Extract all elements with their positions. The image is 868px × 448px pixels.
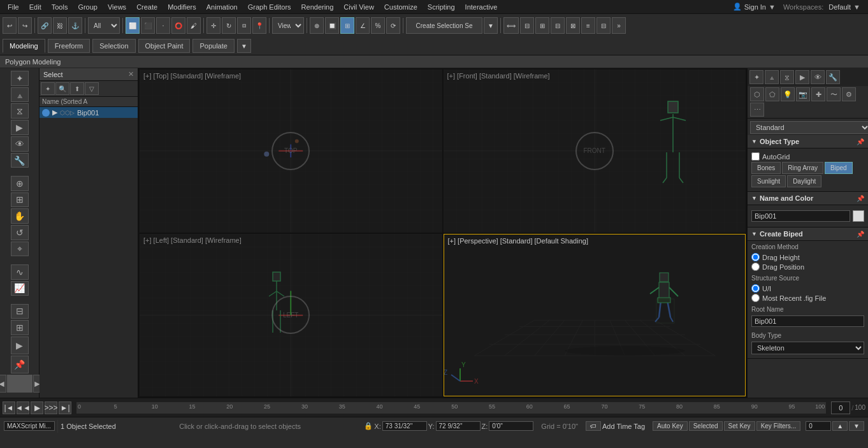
- viewport-top[interactable]: [+] [Top] [Standard] [Wireframe] TOP: [140, 69, 442, 233]
- r-modify-btn[interactable]: ⟁: [765, 70, 779, 84]
- sunlight-btn[interactable]: Sunlight: [751, 175, 786, 187]
- scale-button[interactable]: ⧈: [237, 17, 251, 34]
- set-key-btn[interactable]: Set Key: [724, 421, 755, 431]
- sign-in-label[interactable]: Sign In: [744, 3, 766, 11]
- align-v-button[interactable]: ⊞: [535, 17, 549, 34]
- scene-new-btn[interactable]: ✦: [41, 82, 55, 95]
- name-input[interactable]: [751, 210, 850, 222]
- selection-set-button[interactable]: Create Selection Se: [406, 17, 482, 34]
- layout2-icon[interactable]: ⊞: [11, 320, 29, 335]
- tab-populate[interactable]: Populate: [192, 39, 234, 53]
- hierarchy-icon[interactable]: ⧖: [11, 103, 29, 119]
- create-icon[interactable]: ✦: [11, 71, 29, 86]
- bones-btn[interactable]: Bones: [751, 162, 781, 174]
- pin-icon[interactable]: 📌: [11, 356, 29, 373]
- time-field-input[interactable]: [806, 421, 831, 431]
- time-down-btn[interactable]: ▼: [849, 421, 864, 431]
- curve-icon[interactable]: ∿: [11, 264, 29, 280]
- motion-icon[interactable]: ▶: [11, 120, 29, 135]
- r-utilities-btn[interactable]: 🔧: [826, 70, 840, 84]
- daylight-btn[interactable]: Daylight: [787, 175, 821, 187]
- drag-position-radio[interactable]: [751, 263, 760, 271]
- r-helper-btn[interactable]: ✚: [811, 87, 825, 101]
- scroll-track[interactable]: [7, 375, 33, 393]
- r-create-btn[interactable]: ✦: [749, 70, 763, 84]
- menu-civil-view[interactable]: Civil View: [338, 2, 379, 12]
- scene-item-bip001[interactable]: ▶ ⬡⬡▷ Bip001: [40, 107, 138, 118]
- mirror-button[interactable]: ⟺: [503, 17, 519, 34]
- next-key-btn[interactable]: >>>: [45, 401, 57, 414]
- next-frame-btn[interactable]: ►|: [59, 401, 71, 414]
- select-paint-button[interactable]: 🖌: [187, 17, 201, 34]
- tab-selection[interactable]: Selection: [92, 39, 135, 53]
- menu-animation[interactable]: Animation: [201, 2, 243, 12]
- selected-btn[interactable]: Selected: [689, 421, 723, 431]
- percent-snap-button[interactable]: %: [371, 17, 385, 34]
- viewport-perspective[interactable]: X Y Z [+] [Perspective] [Standard] [Defa…: [444, 234, 746, 397]
- menu-create[interactable]: Create: [131, 2, 163, 12]
- r-hierarchy-btn[interactable]: ⧖: [780, 70, 794, 84]
- menu-modifiers[interactable]: Modifiers: [163, 2, 201, 12]
- auto-key-btn[interactable]: Auto Key: [653, 421, 688, 431]
- prev-key-btn[interactable]: ◄◄: [17, 401, 29, 414]
- menu-customize[interactable]: Customize: [379, 2, 423, 12]
- maxscript-mini[interactable]: MAXScript Mi...: [4, 421, 55, 431]
- filter-dropdown[interactable]: All: [88, 17, 120, 34]
- autogrid-checkbox[interactable]: [751, 152, 760, 161]
- scene-sort-btn[interactable]: ⬆: [70, 82, 84, 95]
- select-fence-button[interactable]: ⬞: [156, 17, 170, 34]
- ref-grid-button[interactable]: ⊠: [566, 17, 580, 34]
- grid-button[interactable]: ⊟: [551, 17, 565, 34]
- snap-button[interactable]: ⊞: [340, 17, 354, 34]
- menu-group[interactable]: Group: [73, 2, 103, 12]
- selection-set-dropdown[interactable]: ▼: [484, 17, 498, 34]
- select-lasso-button[interactable]: ⭕: [171, 17, 185, 34]
- root-name-input[interactable]: [751, 315, 864, 327]
- ui-radio[interactable]: [751, 284, 760, 293]
- rotate-button[interactable]: ↻: [222, 17, 236, 34]
- add-time-tag-btn[interactable]: 🏷: [586, 421, 601, 431]
- play-btn[interactable]: ▶: [31, 401, 43, 414]
- r-light-btn[interactable]: 💡: [781, 87, 795, 101]
- utilities-icon[interactable]: 🔧: [11, 153, 29, 168]
- place-button[interactable]: 📍: [252, 17, 266, 34]
- menu-interactive[interactable]: Interactive: [460, 2, 503, 12]
- r-systems-btn[interactable]: ⚙: [842, 87, 856, 101]
- r-more-btn[interactable]: ⋯: [750, 103, 764, 117]
- biped-btn[interactable]: Biped: [825, 162, 853, 174]
- menu-edit[interactable]: Edit: [24, 2, 47, 12]
- x-coord-input[interactable]: [382, 421, 427, 431]
- scene-filter-btn[interactable]: ▽: [85, 82, 99, 95]
- unlink-button[interactable]: ⛓: [53, 17, 67, 34]
- create-biped-header[interactable]: ▼ Create Biped 📌: [748, 228, 868, 241]
- standard-dropdown[interactable]: Standard: [750, 121, 868, 134]
- link-button[interactable]: 🔗: [38, 17, 52, 34]
- r-cam-btn[interactable]: 📷: [796, 87, 810, 101]
- scene-close-icon[interactable]: ✕: [128, 70, 134, 78]
- select-region-button[interactable]: ⬛: [141, 17, 155, 34]
- z-coord-input[interactable]: [489, 421, 533, 431]
- arc-rotate-icon[interactable]: ↺: [11, 225, 29, 240]
- bind-button[interactable]: ⚓: [68, 17, 82, 34]
- viewport-left[interactable]: [+] [Left] [Standard] [Wireframe] LEFT: [140, 234, 442, 397]
- r-spacewarp-btn[interactable]: 〜: [827, 87, 841, 101]
- move-button[interactable]: ✛: [206, 17, 221, 34]
- color-swatch[interactable]: [853, 210, 864, 222]
- layer-button[interactable]: ≡: [581, 17, 595, 34]
- current-time-input[interactable]: [831, 401, 850, 414]
- y-coord-input[interactable]: [436, 421, 481, 431]
- region-zoom-icon[interactable]: ⊞: [11, 192, 29, 208]
- drag-height-radio[interactable]: [751, 253, 760, 261]
- scroll-left-icon[interactable]: ◄: [0, 375, 6, 393]
- spinner-snap-button[interactable]: ⟳: [386, 17, 400, 34]
- r-geom-btn[interactable]: ⬡: [750, 87, 764, 101]
- undo-button[interactable]: ↩: [3, 17, 17, 34]
- display-icon[interactable]: 👁: [11, 136, 29, 152]
- timeline-track[interactable]: 0 5 10 15 20 25 30 35 40 45 50 55 60 65 …: [76, 402, 826, 414]
- key-filters-btn[interactable]: Key Filters...: [756, 421, 801, 431]
- layout-icon[interactable]: ⊟: [11, 304, 29, 319]
- ring-array-btn[interactable]: Ring Array: [782, 162, 823, 174]
- ribbon-button[interactable]: ⊟: [597, 17, 611, 34]
- angle-snap-button[interactable]: ∠: [356, 17, 370, 34]
- prev-frame-btn[interactable]: |◄: [3, 401, 15, 414]
